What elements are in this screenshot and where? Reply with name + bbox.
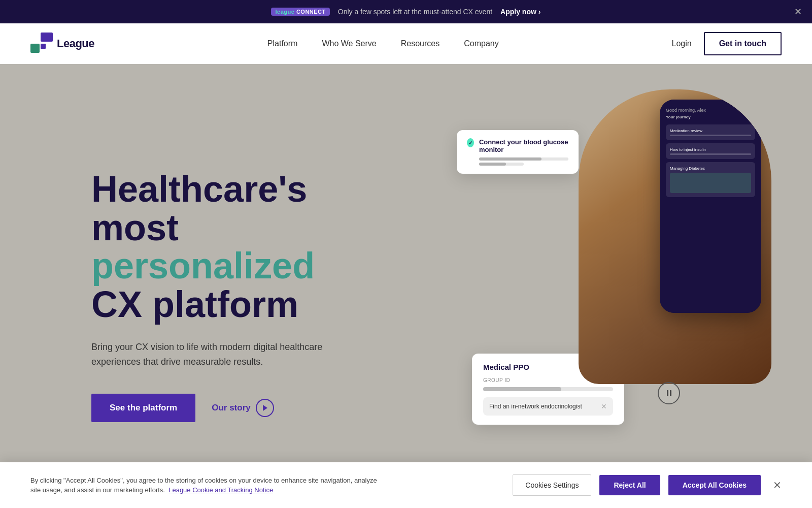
phone-card-1: Medication review	[666, 124, 755, 140]
nav-item-resources[interactable]: Resources	[401, 39, 439, 48]
hero-title: Healthcare's most personalized CX platfo…	[91, 170, 386, 324]
phone-screen: Good morning, Alex Your journey Medicati…	[660, 100, 761, 313]
phone-card-2-text: How to inject insulin	[670, 147, 751, 152]
group-id-bar-fill	[483, 387, 561, 391]
pause-icon	[667, 390, 671, 396]
phone-card-1-text: Medication review	[670, 129, 751, 133]
phone-bar-2	[670, 153, 751, 155]
cookies-settings-button[interactable]: Cookies Settings	[513, 474, 591, 496]
top-banner: league CONNECT Only a few spots left at …	[0, 0, 812, 23]
find-label: Find an in-network endocrinologist	[489, 403, 582, 410]
pause-button[interactable]	[658, 382, 680, 404]
hero-content: Healthcare's most personalized CX platfo…	[0, 150, 386, 422]
progress-bar-2-fill	[479, 163, 506, 166]
phone-mockup: Good morning, Alex Your journey Medicati…	[660, 100, 761, 313]
logo-icon	[30, 33, 53, 55]
navbar: League Platform Who We Serve Resources C…	[0, 23, 812, 64]
pause-bar-right	[670, 390, 671, 396]
hero-buttons: See the platform Our story	[91, 394, 386, 422]
phone-bar-1	[670, 135, 751, 136]
reject-all-button[interactable]: Reject All	[599, 475, 660, 495]
phone-header: Good morning, Alex	[666, 108, 755, 113]
cookie-banner: By clicking "Accept All Cookies", you ag…	[0, 462, 812, 508]
float-card-1-title: Connect your blood glucose monitor	[479, 138, 568, 153]
play-icon	[256, 399, 274, 417]
see-platform-button[interactable]: See the platform	[91, 394, 195, 422]
hero-section: Healthcare's most personalized CX platfo…	[0, 64, 812, 508]
cookie-actions: Cookies Settings Reject All Accept All C…	[513, 474, 782, 496]
card-close-icon[interactable]: ✕	[601, 402, 607, 410]
phone-card-2: How to inject insulin	[666, 143, 755, 159]
accept-all-cookies-button[interactable]: Accept All Cookies	[668, 475, 761, 495]
phone-image-placeholder	[670, 173, 751, 193]
banner-message: Only a few spots left at the must-attend…	[338, 8, 492, 16]
svg-rect-0	[30, 44, 40, 53]
cookie-close-icon[interactable]: ✕	[773, 479, 782, 491]
float-card-glucose: ✓ Connect your blood glucose monitor	[457, 130, 579, 174]
nav-item-company[interactable]: Company	[464, 39, 498, 48]
banner-close-icon[interactable]: ✕	[794, 6, 802, 17]
login-link[interactable]: Login	[672, 39, 692, 48]
logo-text: League	[57, 37, 94, 50]
connect-badge: league CONNECT	[271, 8, 329, 16]
find-provider-card: Find an in-network endocrinologist ✕	[483, 397, 613, 416]
nav-item-who-we-serve[interactable]: Who We Serve	[322, 39, 376, 48]
hero-visual: ✓ Connect your blood glucose monitor Goo…	[457, 89, 771, 465]
apply-arrow: ›	[538, 8, 541, 16]
hero-subtitle: Bring your CX vision to life with modern…	[91, 340, 335, 369]
cookie-policy-link[interactable]: League Cookie and Tracking Notice	[168, 486, 273, 494]
progress-bar-2	[479, 163, 524, 166]
logo[interactable]: League	[30, 33, 94, 55]
connect-logo: league CONNECT	[271, 8, 329, 16]
svg-rect-1	[41, 33, 53, 42]
banner-apply-link[interactable]: Apply now ›	[500, 8, 540, 16]
check-icon: ✓	[467, 138, 474, 147]
our-story-link[interactable]: Our story	[212, 399, 274, 417]
get-in-touch-button[interactable]: Get in touch	[704, 32, 782, 55]
nav-item-platform[interactable]: Platform	[267, 39, 298, 48]
apply-label: Apply now	[500, 8, 536, 16]
nav-links: Platform Who We Serve Resources Company	[267, 39, 499, 48]
nav-right: Login Get in touch	[672, 32, 782, 55]
progress-bar	[479, 157, 568, 161]
hand-background: Good morning, Alex Your journey Medicati…	[579, 89, 771, 384]
progress-bar-fill	[479, 157, 542, 161]
pause-bar-left	[667, 390, 668, 396]
phone-subheader: Your journey	[666, 115, 755, 119]
svg-rect-2	[41, 44, 46, 49]
phone-card-3-text: Managing Diabetes	[670, 166, 751, 171]
cookie-text: By clicking "Accept All Cookies", you ag…	[30, 475, 386, 495]
group-id-bar	[483, 387, 613, 391]
phone-card-3: Managing Diabetes	[666, 162, 755, 197]
